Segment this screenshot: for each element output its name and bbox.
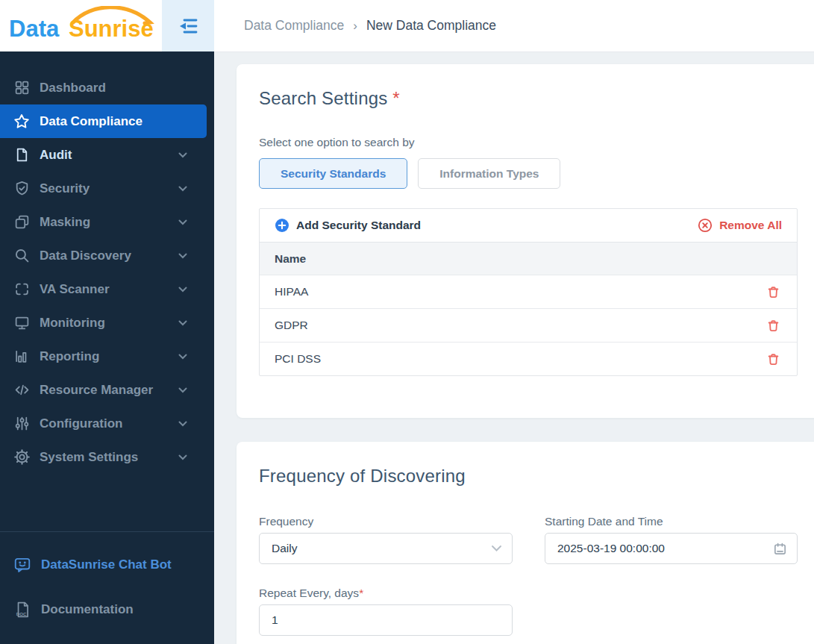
sidebar-item-va-scanner[interactable]: VA Scanner [0, 272, 214, 306]
sidebar-item-label: DataSunrise Chat Bot [41, 557, 172, 572]
sidebar-item-label: Security [40, 181, 90, 196]
frequency-card: Frequency of Discovering Frequency Start… [237, 442, 814, 644]
sidebar-item-label: Monitoring [40, 316, 105, 331]
datasunrise-logo: Data Sunrise [7, 6, 157, 45]
required-asterisk: * [392, 88, 400, 108]
standard-name-cell: GDPR [275, 319, 308, 332]
table-toolbar: Add Security Standard Remove All [260, 209, 797, 242]
frequency-select[interactable] [259, 533, 513, 564]
file-icon [13, 147, 30, 163]
logo-word-sunrise: Sunrise [69, 16, 154, 42]
delete-row-button[interactable] [766, 285, 780, 299]
sidebar-item-data-compliance[interactable]: Data Compliance [0, 104, 207, 138]
standard-name-cell: PCI DSS [275, 352, 321, 366]
sidebar-item-data-discovery[interactable]: Data Discovery [0, 239, 214, 272]
chevron-down-icon [178, 152, 187, 158]
monitor-icon [13, 315, 30, 331]
x-circle-icon [698, 218, 713, 233]
chevron-down-icon [178, 454, 187, 460]
chevron-down-icon [178, 387, 187, 393]
collapse-menu-icon [177, 16, 199, 36]
dashboard-grid-icon [13, 80, 30, 96]
sidebar-item-dashboard[interactable]: Dashboard [0, 71, 214, 104]
sidebar-item-label: Configuration [40, 416, 122, 431]
repeat-label: Repeat Every, days* [259, 587, 513, 600]
sidebar-item-security[interactable]: Security [0, 172, 214, 205]
chat-bot-icon [13, 556, 31, 574]
search-settings-card: Search Settings * Select one option to s… [237, 64, 814, 418]
chevron-down-icon [178, 219, 187, 225]
security-standards-button[interactable]: Security Standards [259, 158, 407, 189]
frequency-select-value[interactable] [260, 534, 512, 563]
delete-row-button[interactable] [766, 319, 780, 333]
chevron-down-icon [178, 287, 187, 293]
start-date-label: Starting Date and Time [545, 515, 798, 528]
sidebar-collapse-button[interactable] [162, 0, 214, 51]
doc-file-icon: DOC [13, 601, 31, 619]
search-mode-toggle: Security Standards Information Types [259, 158, 814, 189]
sidebar-item-label: Audit [40, 148, 72, 163]
sidebar-divider [0, 531, 214, 532]
required-asterisk: * [359, 587, 363, 599]
frequency-label: Frequency [259, 515, 513, 528]
breadcrumb-current: New Data Compliance [366, 18, 496, 34]
start-date-input[interactable] [545, 534, 797, 563]
sidebar-item-label: Data Discovery [40, 248, 131, 263]
start-date-input-wrap[interactable] [545, 533, 798, 564]
bar-chart-icon [13, 348, 30, 365]
information-types-button[interactable]: Information Types [418, 158, 560, 189]
chevron-down-icon [178, 354, 187, 360]
masking-copy-icon [13, 214, 30, 231]
sliders-icon [13, 416, 30, 432]
frequency-form-row: Frequency Starting Date and Time [259, 515, 814, 564]
table-header-name: Name [260, 242, 797, 275]
chevron-down-icon [178, 320, 187, 326]
repeat-input-wrap[interactable] [259, 604, 513, 636]
sidebar-item-configuration[interactable]: Configuration [0, 407, 214, 440]
table-row: HIPAA [260, 275, 797, 308]
sidebar-item-documentation[interactable]: DOC Documentation [0, 587, 214, 632]
security-standards-table: Add Security Standard Remove All Name [259, 208, 798, 376]
sidebar-item-label: System Settings [40, 450, 138, 465]
sidebar-item-resource-manager[interactable]: Resource Manager [0, 373, 214, 407]
sidebar-item-label: Reporting [40, 349, 99, 364]
standard-name-cell: HIPAA [275, 285, 308, 298]
sidebar-item-system-settings[interactable]: System Settings [0, 440, 214, 474]
sidebar-item-label: Data Compliance [40, 114, 143, 129]
repeat-days-input[interactable] [260, 605, 512, 635]
search-icon [13, 248, 30, 264]
sidebar-item-chat-bot[interactable]: DataSunrise Chat Bot [0, 543, 214, 587]
sidebar-item-label: VA Scanner [40, 282, 110, 297]
sidebar-item-reporting[interactable]: Reporting [0, 340, 214, 373]
svg-text:DOC: DOC [16, 611, 27, 616]
search-settings-subtitle: Select one option to search by [259, 136, 814, 149]
table-row: GDPR [260, 308, 797, 342]
main-area: Data Compliance › New Data Compliance Se… [214, 0, 814, 644]
sidebar-item-masking[interactable]: Masking [0, 205, 214, 239]
sidebar: Data Sunrise [0, 0, 214, 644]
sidebar-item-label: Masking [40, 215, 90, 230]
add-security-standard-button[interactable]: Add Security Standard [275, 218, 421, 233]
search-settings-title: Search Settings * [259, 88, 814, 109]
frequency-field-group: Frequency [259, 515, 513, 564]
logo-row: Data Sunrise [0, 0, 214, 51]
sidebar-footer: DataSunrise Chat Bot DOC Documentation [0, 531, 214, 632]
code-icon [13, 382, 30, 398]
sidebar-item-audit[interactable]: Audit [0, 138, 214, 172]
frequency-title: Frequency of Discovering [259, 466, 814, 487]
breadcrumb-separator: › [353, 19, 357, 34]
table-row: PCI DSS [260, 342, 797, 375]
repeat-field-group: Repeat Every, days* [259, 587, 513, 636]
star-icon [13, 113, 30, 130]
logo-word-data: Data [9, 16, 60, 42]
delete-row-button[interactable] [766, 352, 780, 366]
remove-all-button[interactable]: Remove All [698, 218, 782, 233]
sidebar-item-monitoring[interactable]: Monitoring [0, 306, 214, 340]
chevron-down-icon [178, 421, 187, 427]
chevron-down-icon [178, 186, 187, 192]
shield-check-icon [13, 181, 30, 197]
gear-icon [13, 449, 30, 466]
scanner-brackets-icon [13, 281, 30, 298]
breadcrumb-parent[interactable]: Data Compliance [244, 18, 344, 34]
start-date-field-group: Starting Date and Time [545, 515, 798, 564]
